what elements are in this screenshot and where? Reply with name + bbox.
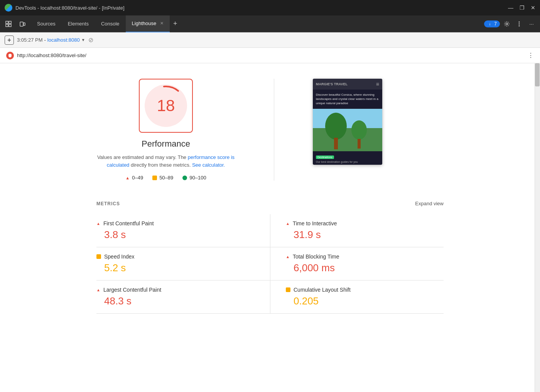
metric-cls-header: Cumulative Layout Shift xyxy=(286,287,444,293)
secondary-toolbar: + 3:05:27 PM - localhost:8080 ▼ ⊘ xyxy=(0,32,540,48)
screenshot-brand: MARGIE'S TRAVEL xyxy=(316,82,348,86)
customize-icon[interactable] xyxy=(514,19,525,29)
svg-rect-5 xyxy=(24,23,25,25)
legend-orange-label: 50–89 xyxy=(159,175,173,181)
metric-lcp-value: 48.3 s xyxy=(96,295,255,307)
separator: - xyxy=(44,37,46,43)
score-section: 18 Performance Values are estimated and … xyxy=(96,79,444,181)
expand-view-button[interactable]: Expand view xyxy=(415,201,444,206)
tab-console-label: Console xyxy=(101,21,120,27)
close-tab-icon[interactable]: ✕ xyxy=(160,21,164,26)
svg-rect-0 xyxy=(6,21,8,24)
svg-rect-4 xyxy=(20,22,23,26)
legend-green: 90–100 xyxy=(182,175,206,181)
metric-tbt-value: 6,000 ms xyxy=(286,262,444,274)
score-value: 18 xyxy=(157,96,175,115)
close-button[interactable]: ✕ xyxy=(531,5,535,11)
more-options-button[interactable]: ⋮ xyxy=(528,52,534,59)
stop-icon[interactable]: ⊘ xyxy=(88,36,93,44)
svg-rect-13 xyxy=(313,109,382,128)
svg-rect-18 xyxy=(358,139,361,149)
screenshot-header: MARGIE'S TRAVEL ≡ xyxy=(313,79,382,90)
security-icon xyxy=(6,52,14,59)
tab-sources-label: Sources xyxy=(37,21,56,27)
scrollbar[interactable] xyxy=(535,63,540,392)
triangle-red-icon: ▲ xyxy=(286,255,290,259)
issues-count: 7 xyxy=(494,21,497,27)
screenshot-description: Discover beautiful Corsica, where stunni… xyxy=(313,90,382,109)
tab-sources[interactable]: Sources xyxy=(31,15,62,32)
metric-tbt-header: ▲ Total Blocking Time xyxy=(286,253,444,260)
svg-rect-1 xyxy=(9,21,11,24)
score-description: Values are estimated and may vary. The p… xyxy=(96,154,235,169)
metric-tti: ▲ Time to Interactive 31.9 s xyxy=(270,214,444,247)
svg-point-10 xyxy=(519,23,520,24)
issues-badge[interactable]: i 7 xyxy=(484,20,500,27)
svg-point-11 xyxy=(519,25,520,26)
destinations-badge: Destinations xyxy=(316,155,334,159)
metric-lcp: ▲ Largest Contentful Paint 48.3 s xyxy=(96,280,270,314)
more-options-icon[interactable]: ··· xyxy=(526,19,537,29)
svg-point-9 xyxy=(519,21,520,22)
metric-lcp-name: Largest Contentful Paint xyxy=(103,287,161,293)
svg-point-17 xyxy=(351,120,367,140)
svg-rect-3 xyxy=(9,24,11,27)
square-orange-icon xyxy=(152,176,157,180)
svg-point-15 xyxy=(325,113,347,140)
svg-point-8 xyxy=(506,23,508,25)
metric-si: Speed Index 5.2 s xyxy=(96,247,270,280)
metric-cls-name: Cumulative Layout Shift xyxy=(294,287,351,293)
tab-console[interactable]: Console xyxy=(95,15,126,32)
legend-green-label: 90–100 xyxy=(189,175,206,181)
desc-text-1: Values are estimated and may vary. The xyxy=(97,154,186,160)
tab-elements[interactable]: Elements xyxy=(62,15,95,32)
settings-icon[interactable] xyxy=(501,19,512,29)
content-area: 18 Performance Values are estimated and … xyxy=(0,63,540,392)
page-url[interactable]: http://localhost:8080/travel-site/ xyxy=(17,52,525,58)
minimize-button[interactable]: — xyxy=(508,5,513,11)
metric-si-header: Speed Index xyxy=(96,253,255,260)
triangle-red-icon: ▲ xyxy=(125,176,130,180)
session-time: 3:05:27 PM xyxy=(17,37,43,43)
square-orange-icon xyxy=(286,287,290,292)
window-title: DevTools - localhost:8080/travel-site/ -… xyxy=(15,5,505,11)
metric-cls-value: 0.205 xyxy=(286,295,444,307)
svg-text:i: i xyxy=(489,22,490,26)
devtools-right-icons: i 7 ··· xyxy=(484,19,537,29)
title-bar: DevTools - localhost:8080/travel-site/ -… xyxy=(0,0,540,15)
metrics-header: METRICS Expand view xyxy=(96,201,444,206)
metrics-title: METRICS xyxy=(96,201,120,206)
device-icon[interactable] xyxy=(17,19,28,29)
performance-gauge: 18 xyxy=(139,79,193,133)
metric-fcp: ▲ First Contentful Paint 3.8 s xyxy=(96,214,270,247)
inspect-icon[interactable] xyxy=(3,19,14,29)
performance-label: Performance xyxy=(142,139,190,149)
screenshot-preview: MARGIE'S TRAVEL ≡ Discover beautiful Cor… xyxy=(313,79,382,165)
screenshot-menu-icon: ≡ xyxy=(376,81,379,87)
dropdown-icon[interactable]: ▼ xyxy=(81,38,85,42)
metric-lcp-header: ▲ Largest Contentful Paint xyxy=(96,287,255,293)
add-tab-button[interactable]: + xyxy=(170,19,181,29)
scrollbar-thumb[interactable] xyxy=(535,63,540,86)
session-url[interactable]: localhost:8080 xyxy=(47,37,80,43)
add-session-button[interactable]: + xyxy=(5,35,14,45)
devtools-tabs: Sources Elements Console Lighthouse ✕ + … xyxy=(0,15,540,32)
restore-button[interactable]: ❐ xyxy=(520,5,525,11)
legend-red-label: 0–49 xyxy=(132,175,143,181)
triangle-red-icon: ▲ xyxy=(96,288,100,292)
tab-lighthouse[interactable]: Lighthouse ✕ xyxy=(126,15,170,32)
circle-green-icon xyxy=(182,176,187,180)
metric-tti-value: 31.9 s xyxy=(286,229,444,241)
triangle-red-icon: ▲ xyxy=(286,221,290,226)
tab-lighthouse-label: Lighthouse xyxy=(132,20,157,26)
legend-red: ▲ 0–49 xyxy=(125,175,143,181)
metric-si-name: Speed Index xyxy=(104,253,135,260)
calculator-link[interactable]: See calculator. xyxy=(192,162,225,168)
legend-orange: 50–89 xyxy=(152,175,173,181)
url-bar: http://localhost:8080/travel-site/ ⋮ xyxy=(0,48,540,63)
metric-tti-name: Time to Interactive xyxy=(293,220,337,226)
devtools-left-icons xyxy=(3,19,28,29)
metrics-grid: ▲ First Contentful Paint 3.8 s ▲ Time to… xyxy=(96,214,444,314)
metric-tti-header: ▲ Time to Interactive xyxy=(286,220,444,226)
svg-rect-14 xyxy=(313,128,382,151)
